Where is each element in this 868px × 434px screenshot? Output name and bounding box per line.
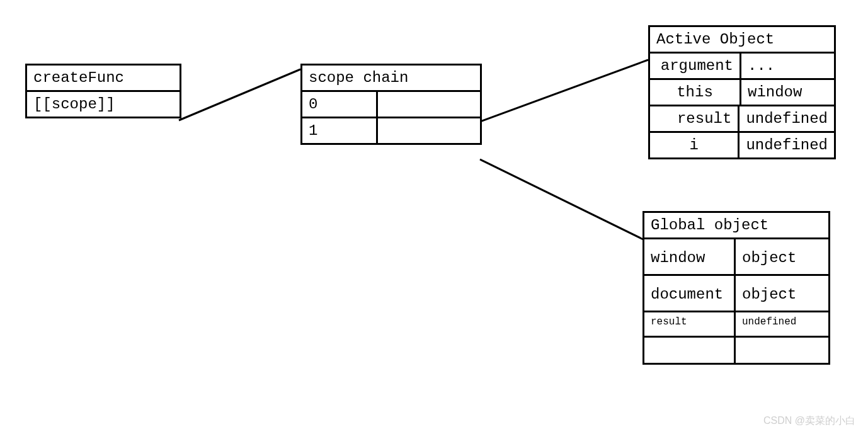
active-object-row-2: result undefined [650,106,834,133]
global-object-value-0: object [736,239,828,274]
global-object-row-3 [644,338,828,363]
createfunc-title: createFunc [27,66,180,92]
global-object-value-1: object [736,276,828,311]
active-object-row-0: argument ... [650,54,834,80]
scope-chain-box: scope chain 0 1 [300,64,482,145]
global-object-box: Global object window object document obj… [642,211,830,365]
scope-chain-row-0: 0 [302,92,480,118]
svg-line-1 [480,60,648,122]
scope-chain-value-0 [378,92,480,117]
global-object-key-2: result [644,312,736,336]
active-object-box: Active Object argument ... this window r… [648,25,836,159]
scope-chain-index-1: 1 [302,118,378,143]
active-object-key-2: result [650,106,740,131]
active-object-title: Active Object [650,27,834,54]
active-object-value-0: ... [741,54,834,78]
global-object-row-2: result undefined [644,312,828,338]
scope-chain-title: scope chain [302,66,480,92]
active-object-row-3: i undefined [650,133,834,157]
scope-chain-row-1: 1 [302,118,480,143]
active-object-value-2: undefined [740,106,834,131]
active-object-key-1: this [650,80,741,105]
scope-chain-index-0: 0 [302,92,378,117]
active-object-key-3: i [650,133,740,157]
active-object-value-1: window [741,80,834,105]
active-object-key-0: argument [650,54,741,78]
global-object-key-0: window [644,239,736,274]
global-object-value-3 [736,338,828,363]
watermark: CSDN @卖菜的小白 [763,414,855,428]
scope-chain-value-1 [378,118,480,143]
global-object-title: Global object [644,213,828,239]
global-object-key-1: document [644,276,736,311]
active-object-row-1: this window [650,80,834,106]
global-object-row-0: window object [644,239,828,276]
active-object-value-3: undefined [740,133,834,157]
global-object-key-3 [644,338,736,363]
svg-line-0 [179,69,300,120]
global-object-row-1: document object [644,276,828,312]
createfunc-scope-row: [[scope]] [27,92,180,117]
svg-line-2 [480,159,643,239]
createfunc-box: createFunc [[scope]] [25,64,181,118]
global-object-value-2: undefined [736,312,828,336]
